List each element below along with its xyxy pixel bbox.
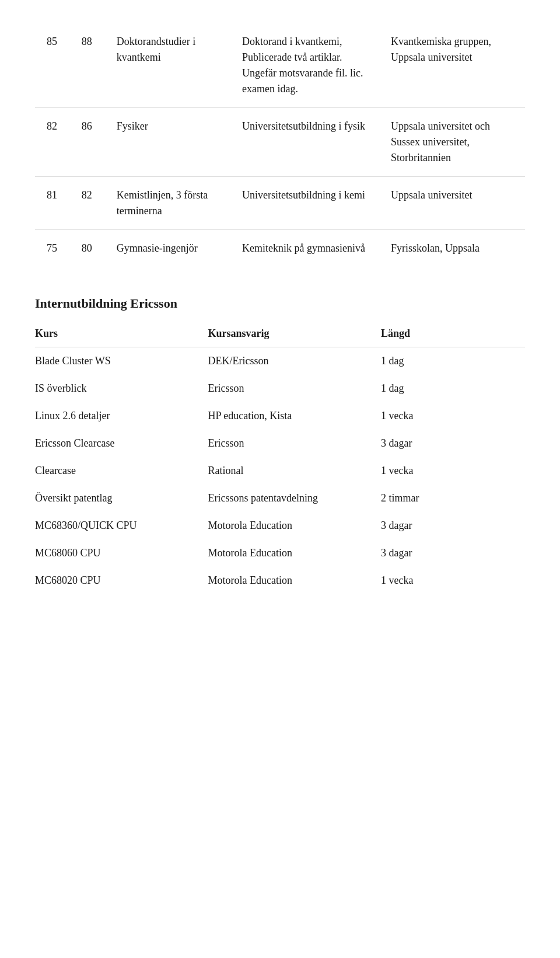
course-duration: 1 vecka	[381, 457, 525, 485]
internal-course-row: Blade Cluster WS DEK/Ericsson 1 dag	[35, 347, 525, 375]
course-duration: 3 dagar	[381, 539, 525, 567]
education-institution: Uppsala universitet och Sussex universit…	[379, 108, 525, 177]
course-responsible: Motorola Education	[208, 512, 380, 539]
year-start: 75	[35, 230, 70, 267]
education-description: Universitetsutbildning i fysik	[230, 108, 379, 177]
col-header-kursansvarig: Kursansvarig	[208, 323, 380, 347]
education-title: Fysiker	[105, 108, 230, 177]
internal-course-row: Clearcase Rational 1 vecka	[35, 457, 525, 485]
year-start: 85	[35, 23, 70, 108]
education-institution: Kvantkemiska gruppen, Uppsala universite…	[379, 23, 525, 108]
course-name: Översikt patentlag	[35, 485, 208, 512]
education-row: 75 80 Gymnasie-ingenjör Kemiteknik på gy…	[35, 230, 525, 267]
education-description: Universitetsutbildning i kemi	[230, 177, 379, 230]
internal-course-row: Översikt patentlag Ericssons patentavdel…	[35, 485, 525, 512]
course-name: MC68060 CPU	[35, 539, 208, 567]
education-description: Doktorand i kvantkemi, Publicerade två a…	[230, 23, 379, 108]
internal-course-row: MC68020 CPU Motorola Education 1 vecka	[35, 567, 525, 594]
education-row: 85 88 Doktorandstudier i kvantkemi Dokto…	[35, 23, 525, 108]
course-responsible: Motorola Education	[208, 539, 380, 567]
internal-course-row: Linux 2.6 detaljer HP education, Kista 1…	[35, 402, 525, 430]
year-end: 86	[70, 108, 105, 177]
course-name: Clearcase	[35, 457, 208, 485]
course-name: Linux 2.6 detaljer	[35, 402, 208, 430]
course-name: IS överblick	[35, 375, 208, 402]
course-name: MC68020 CPU	[35, 567, 208, 594]
course-responsible: DEK/Ericsson	[208, 347, 380, 375]
course-name: Blade Cluster WS	[35, 347, 208, 375]
course-duration: 1 dag	[381, 375, 525, 402]
year-end: 80	[70, 230, 105, 267]
internal-course-row: IS överblick Ericsson 1 dag	[35, 375, 525, 402]
course-responsible: Ericsson	[208, 375, 380, 402]
internal-course-row: MC68360/QUICK CPU Motorola Education 3 d…	[35, 512, 525, 539]
year-end: 88	[70, 23, 105, 108]
education-title: Kemistlinjen, 3 första terminerna	[105, 177, 230, 230]
course-responsible: Rational	[208, 457, 380, 485]
internal-section-heading: Internutbildning Ericsson	[35, 296, 525, 311]
col-header-kurs: Kurs	[35, 323, 208, 347]
course-duration: 1 vecka	[381, 567, 525, 594]
year-start: 81	[35, 177, 70, 230]
course-name: Ericsson Clearcase	[35, 430, 208, 457]
education-institution: Fyrisskolan, Uppsala	[379, 230, 525, 267]
education-title: Gymnasie-ingenjör	[105, 230, 230, 267]
year-end: 82	[70, 177, 105, 230]
education-row: 81 82 Kemistlinjen, 3 första terminerna …	[35, 177, 525, 230]
year-start: 82	[35, 108, 70, 177]
course-duration: 2 timmar	[381, 485, 525, 512]
course-duration: 1 vecka	[381, 402, 525, 430]
internal-training-table: Kurs Kursansvarig Längd Blade Cluster WS…	[35, 323, 525, 594]
course-duration: 3 dagar	[381, 430, 525, 457]
course-duration: 1 dag	[381, 347, 525, 375]
course-name: MC68360/QUICK CPU	[35, 512, 208, 539]
education-title: Doktorandstudier i kvantkemi	[105, 23, 230, 108]
education-table: 85 88 Doktorandstudier i kvantkemi Dokto…	[35, 23, 525, 267]
course-duration: 3 dagar	[381, 512, 525, 539]
course-responsible: Motorola Education	[208, 567, 380, 594]
col-header-langd: Längd	[381, 323, 525, 347]
internal-table-header-row: Kurs Kursansvarig Längd	[35, 323, 525, 347]
education-institution: Uppsala universitet	[379, 177, 525, 230]
education-description: Kemiteknik på gymnasienivå	[230, 230, 379, 267]
internal-course-row: Ericsson Clearcase Ericsson 3 dagar	[35, 430, 525, 457]
internal-course-row: MC68060 CPU Motorola Education 3 dagar	[35, 539, 525, 567]
course-responsible: Ericssons patentavdelning	[208, 485, 380, 512]
course-responsible: Ericsson	[208, 430, 380, 457]
course-responsible: HP education, Kista	[208, 402, 380, 430]
education-row: 82 86 Fysiker Universitetsutbildning i f…	[35, 108, 525, 177]
